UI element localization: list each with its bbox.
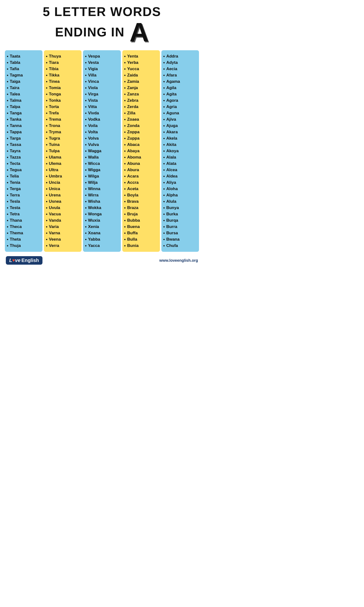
list-item: Vinca — [85, 79, 119, 85]
list-item: Agora — [163, 97, 197, 104]
list-item: Tesla — [7, 198, 40, 205]
list-item: Uncia — [46, 179, 80, 186]
list-item: Bunya — [163, 205, 197, 211]
logo-english-text: English — [21, 258, 39, 263]
list-item: Akela — [163, 135, 197, 142]
list-item: Volva — [85, 135, 119, 142]
list-item: Adyta — [163, 59, 197, 66]
list-item: Buena — [124, 224, 158, 230]
list-item: Alula — [163, 198, 197, 205]
list-item: Tappa — [7, 129, 40, 135]
title-line2: ENDING IN — [55, 25, 125, 39]
list-item: Uvula — [46, 205, 80, 211]
list-item: Veena — [46, 236, 80, 243]
list-item: Alata — [163, 160, 197, 167]
list-item: Zoaea — [124, 116, 158, 123]
list-item: Zebra — [124, 97, 158, 104]
list-item: Terra — [7, 192, 40, 198]
list-item: Yabba — [85, 236, 119, 243]
list-item: Tagma — [7, 72, 40, 79]
list-item: Yacca — [85, 243, 119, 249]
list-item: Ulama — [46, 154, 80, 160]
list-item: Talma — [7, 97, 40, 104]
list-item: Viola — [85, 85, 119, 91]
list-item: Varia — [46, 224, 80, 230]
word-column-2: VespaVestaVigiaVillaVincaViolaVirgaVista… — [83, 50, 121, 252]
list-item: Winna — [85, 186, 119, 192]
list-item: Zuppa — [124, 135, 158, 142]
word-column-4: AddraAdytaAeciaAfaraAgamaAgilaAgitaAgora… — [161, 50, 199, 252]
list-item: Talpa — [7, 104, 40, 110]
list-item: Tonka — [46, 97, 80, 104]
list-item: Vitta — [85, 104, 119, 110]
list-item: Yenta — [124, 53, 158, 59]
list-item: Ultra — [46, 167, 80, 173]
list-item: Xoana — [85, 230, 119, 236]
list-item: Burra — [163, 224, 197, 230]
list-item: Wonga — [85, 211, 119, 217]
list-item: Xenia — [85, 224, 119, 230]
list-item: Abuna — [124, 160, 158, 167]
list-item: Walla — [85, 154, 119, 160]
list-item: Wicca — [85, 160, 119, 167]
list-item: Wigga — [85, 167, 119, 173]
list-item: Thema — [7, 230, 40, 236]
list-item: Trefa — [46, 110, 80, 116]
list-item: Akita — [163, 142, 197, 148]
list-item: Zamia — [124, 79, 158, 85]
list-item: Tazza — [7, 154, 40, 160]
list-item: Wuxia — [85, 217, 119, 224]
list-item: Wisha — [85, 198, 119, 205]
list-item: Braza — [124, 205, 158, 211]
list-item: Alpha — [163, 192, 197, 198]
list-item: Acara — [124, 173, 158, 179]
list-item: Thana — [7, 217, 40, 224]
list-item: Taiga — [7, 79, 40, 85]
list-item: Virga — [85, 91, 119, 97]
list-item: Trona — [46, 123, 80, 129]
list-item: Vanda — [46, 217, 80, 224]
list-item: Usnea — [46, 198, 80, 205]
list-item: Bwana — [163, 236, 197, 243]
list-item: Aliya — [163, 179, 197, 186]
list-item: Boyla — [124, 192, 158, 198]
list-item: Theca — [7, 224, 40, 230]
list-item: Tafia — [7, 66, 40, 72]
word-columns: TaataTablaTafiaTagmaTaigaTairaTaleaTalma… — [5, 50, 199, 252]
list-item: Vesta — [85, 59, 119, 66]
list-item: Zanza — [124, 91, 158, 97]
list-item: Tikka — [46, 72, 80, 79]
list-item: Tetra — [7, 211, 40, 217]
list-item: Bunia — [124, 243, 158, 249]
list-item: Wilja — [85, 179, 119, 186]
list-item: Bruja — [124, 211, 158, 217]
list-item: Verra — [46, 243, 80, 249]
list-item: Tayra — [7, 148, 40, 154]
list-item: Thuya — [46, 53, 80, 59]
list-item: Wagga — [85, 148, 119, 154]
list-item: Yucca — [124, 66, 158, 72]
list-item: Burqa — [163, 217, 197, 224]
list-item: Yerba — [124, 59, 158, 66]
list-item: Abaca — [124, 142, 158, 148]
list-item: Bursa — [163, 230, 197, 236]
list-item: Aecia — [163, 66, 197, 72]
list-item: Taira — [7, 85, 40, 91]
list-item: Agila — [163, 85, 197, 91]
list-item: Vacua — [46, 211, 80, 217]
list-item: Vulva — [85, 142, 119, 148]
list-item: Terga — [7, 186, 40, 192]
list-item: Vodka — [85, 116, 119, 123]
list-item: Tabla — [7, 59, 40, 66]
list-item: Brava — [124, 198, 158, 205]
list-item: Theta — [7, 236, 40, 243]
list-item: Unica — [46, 186, 80, 192]
list-item: Tibia — [46, 66, 80, 72]
list-item: Bubba — [124, 217, 158, 224]
list-item: Abaya — [124, 148, 158, 154]
list-item: Tonga — [46, 91, 80, 97]
list-item: Wirra — [85, 192, 119, 198]
list-item: Buffa — [124, 230, 158, 236]
list-item: Bulla — [124, 236, 158, 243]
list-item: Accra — [124, 179, 158, 186]
